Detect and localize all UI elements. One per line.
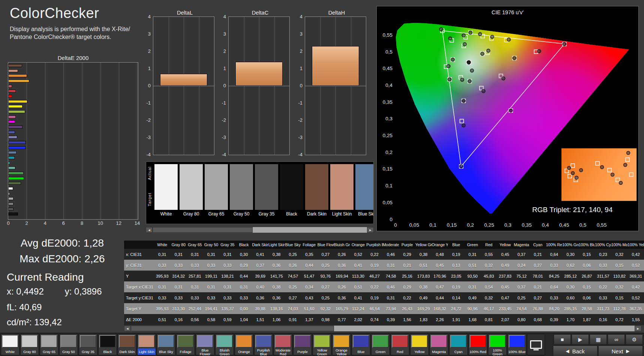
table-cell: 0,33 xyxy=(546,292,563,303)
strip-scroll-left-icon[interactable]: ◄ xyxy=(146,227,153,233)
table-cell: 0,46 xyxy=(383,249,399,260)
table-cell: 194,41 xyxy=(203,303,220,314)
column-header: Red xyxy=(481,241,497,249)
patch-button-label: Purple xyxy=(294,349,312,355)
patch-button-swatch xyxy=(2,335,18,348)
table-cell: 0,62 xyxy=(562,260,579,271)
patch-button-label: Dark Skin xyxy=(118,349,136,355)
row-label: x: CIE31 xyxy=(124,249,154,260)
strip-scrollbar[interactable]: ◄ ► xyxy=(146,227,374,233)
table-scroll-thumb[interactable] xyxy=(131,326,334,331)
column-header: 100% Cyan xyxy=(595,241,611,249)
table-cell: 0,45 xyxy=(497,281,514,292)
gridline xyxy=(137,63,138,219)
patch-button-orange-yellow[interactable]: Orange Yellow xyxy=(332,334,351,355)
deltal-plot-area xyxy=(153,16,214,155)
patch-button-swatch xyxy=(333,335,350,348)
table-scroll-left-icon[interactable]: ◄ xyxy=(124,326,131,331)
svg-text:0,05: 0,05 xyxy=(409,222,419,228)
table-cell: 1,51 xyxy=(252,314,268,325)
table-cell: 25,16 xyxy=(399,271,415,281)
target-swatch xyxy=(280,187,303,210)
deltae-bar-foliage xyxy=(8,182,21,185)
patch-button-purple[interactable]: Purple xyxy=(293,334,312,355)
cie-zoom-inset xyxy=(561,148,637,201)
patch-button-magenta[interactable]: Magenta xyxy=(430,334,448,355)
patch-button-gray-80[interactable]: Gray 80 xyxy=(20,334,39,355)
y-tick-label: 1 xyxy=(148,66,151,71)
patch-button-dark-skin[interactable]: Dark Skin xyxy=(118,334,136,355)
deltae-bar-100-green xyxy=(8,177,24,180)
patch-button-foliage[interactable]: Foliage xyxy=(176,334,195,355)
table-cell: 0,31 xyxy=(383,292,399,303)
patch-button-swatch xyxy=(372,335,389,348)
deltae-bar-100-cyan xyxy=(8,162,10,165)
patch-button-cyan[interactable]: Cyan xyxy=(449,334,468,355)
y-tick-label: -4 xyxy=(146,152,151,157)
patch-button-purplish-blue[interactable]: Purplish Blue xyxy=(254,334,273,355)
table-row: Y395,93314,32257,81199,11138,210,4439,69… xyxy=(124,271,644,281)
table-cell: 0,68 xyxy=(530,314,546,325)
deltae-bar-light-skin xyxy=(8,69,18,72)
back-button[interactable]: ◀ Back xyxy=(553,346,598,356)
column-header: 100% Green xyxy=(562,241,579,249)
y-tick-label: 4 xyxy=(300,14,303,19)
table-cell: 24,72 xyxy=(448,303,464,314)
patch-button-gray-65[interactable]: Gray 65 xyxy=(40,334,58,355)
strip-scroll-thumb[interactable] xyxy=(153,227,253,233)
patch-button-100-blue[interactable]: 100% Blue xyxy=(508,334,526,355)
svg-text:0: 0 xyxy=(389,217,392,222)
row-label: y: CIE31 xyxy=(124,260,154,271)
table-cell: 0,31 xyxy=(171,249,187,260)
patch-button-white[interactable]: White xyxy=(1,334,19,355)
patch-button-swatch xyxy=(216,335,233,348)
deltah-plot-area xyxy=(305,16,366,155)
table-scrollbar[interactable]: ◄ ► xyxy=(124,326,641,331)
patch-label: Gray 65 xyxy=(205,210,228,218)
strip-scroll-right-icon[interactable]: ► xyxy=(367,227,374,233)
pattern-button[interactable]: ▦ xyxy=(590,334,607,345)
table-cell: 0,15 xyxy=(579,249,595,260)
patch-button-black[interactable]: Black xyxy=(98,334,117,355)
patch-button-swatch xyxy=(99,335,116,348)
patch-button-blue-sky[interactable]: Blue Sky xyxy=(157,334,175,355)
table-cell: 0,29 xyxy=(236,260,252,271)
table-scroll-right-icon[interactable]: ► xyxy=(635,326,641,331)
patch-button-bluish-green[interactable]: Bluish Green xyxy=(215,334,234,355)
table-cell: 138,16 xyxy=(268,303,285,314)
patch-button-swatch xyxy=(470,335,486,348)
play-button[interactable]: ▶ xyxy=(572,334,589,345)
patch-button-label: Orange Yellow xyxy=(332,349,350,356)
patch-button-yellow[interactable]: Yellow xyxy=(410,334,429,355)
patch-buttons: WhiteGray 80Gray 65Gray 50Gray 35BlackDa… xyxy=(1,334,526,355)
table-cell: 0,51 xyxy=(350,281,367,292)
table-cell: 0,32 xyxy=(611,249,628,260)
patch-button-light-skin[interactable]: Light Skin xyxy=(137,334,156,355)
table-cell: 0,43 xyxy=(301,292,318,303)
patch-button-green[interactable]: Green xyxy=(371,334,390,355)
row-label: Target y:CIE31 xyxy=(124,292,154,303)
patch-button-gray-50[interactable]: Gray 50 xyxy=(59,334,78,355)
table-cell: 0,33 xyxy=(171,292,187,303)
stop-button[interactable]: ■ xyxy=(554,334,571,345)
table-cell: 0,15 xyxy=(611,292,628,303)
table-cell: 0,49 xyxy=(464,292,481,303)
table-cell: 0,25 xyxy=(318,260,334,271)
patch-button-100-red[interactable]: 100% Red xyxy=(469,334,487,355)
next-button[interactable]: Next ▶ xyxy=(598,346,643,356)
strip-patch-white: White xyxy=(154,164,178,224)
patch-button-yellow-green[interactable]: Yellow Green xyxy=(313,334,331,355)
patch-button-orange[interactable]: Orange xyxy=(235,334,253,355)
patch-button-moderate-red[interactable]: Moderate Red xyxy=(274,334,292,355)
table-cell: 110,82 xyxy=(611,271,628,281)
patch-button-red[interactable]: Red xyxy=(391,334,409,355)
display-pattern-button[interactable] xyxy=(527,334,545,355)
table-cell: 395,93 xyxy=(154,271,171,281)
patch-button-100-green[interactable]: 100% Green xyxy=(488,334,507,355)
loop-button[interactable]: ∞ xyxy=(608,334,625,345)
settings-button[interactable]: ⚙ xyxy=(626,334,643,345)
table-cell: 0,38 xyxy=(415,249,432,260)
patch-button-blue-flower[interactable]: Blue Flower xyxy=(196,334,214,355)
patch-button-gray-35[interactable]: Gray 35 xyxy=(79,334,97,355)
patch-button-blue[interactable]: Blue xyxy=(352,334,370,355)
